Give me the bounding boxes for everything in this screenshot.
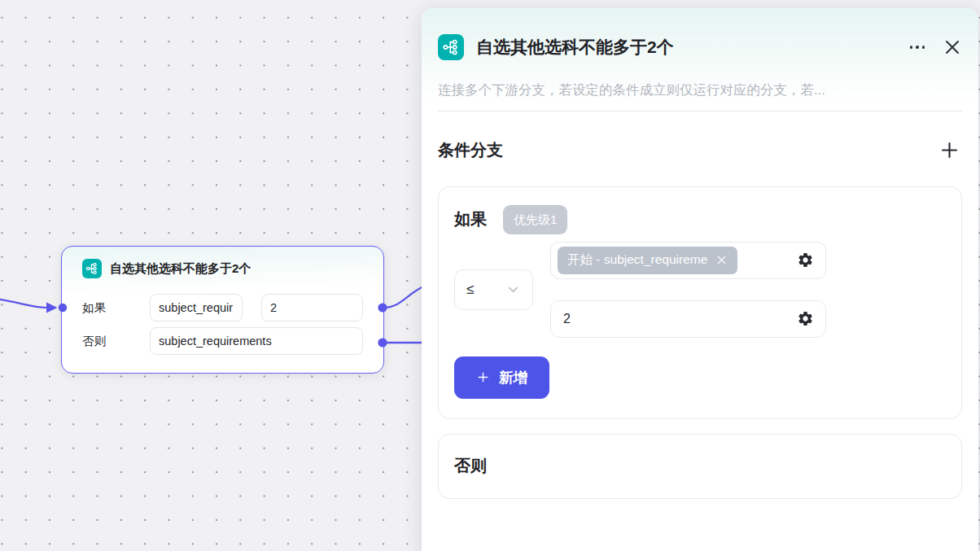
add-branch-plus-icon[interactable] xyxy=(937,138,962,163)
condition-node[interactable]: 自选其他选科不能多于2个 如果 subject_requir 2 否则 subj… xyxy=(61,246,384,374)
edge-arrowhead-icon xyxy=(46,303,58,313)
gear-icon[interactable] xyxy=(797,251,814,269)
variable-tag[interactable]: 开始 - subject_requireme xyxy=(558,247,737,274)
close-icon[interactable] xyxy=(943,37,962,57)
more-menu-icon[interactable] xyxy=(905,41,930,54)
else-branch-card: 否则 xyxy=(438,434,962,499)
divider xyxy=(438,111,962,112)
condition-branch-icon xyxy=(438,34,464,60)
node-title: 自选其他选科不能多于2个 xyxy=(110,261,251,277)
priority-badge: 优先级1 xyxy=(503,205,567,234)
chevron-down-icon xyxy=(505,282,521,297)
if-card-header: 如果 优先级1 xyxy=(454,205,947,234)
add-condition-button[interactable]: 新增 xyxy=(454,356,549,399)
operator-value: ≤ xyxy=(466,282,474,298)
condition-branch-icon xyxy=(82,259,102,278)
variable-tag-label: 开始 - subject_requireme xyxy=(567,251,707,269)
gear-icon[interactable] xyxy=(797,310,814,327)
panel-header: 自选其他选科不能多于2个 xyxy=(438,33,962,62)
add-condition-button-label: 新增 xyxy=(499,368,527,387)
right-operand-input[interactable]: 2 xyxy=(550,300,826,338)
node-else-row: 否则 subject_requirements xyxy=(82,327,364,355)
node-description: 连接多个下游分支，若设定的条件成立则仅运行对应的分支，若... xyxy=(438,81,962,99)
else-label: 否则 xyxy=(454,455,487,477)
node-if-label: 如果 xyxy=(82,300,150,316)
operator-select[interactable]: ≤ xyxy=(454,269,533,310)
panel-title: 自选其他选科不能多于2个 xyxy=(476,36,905,59)
right-operand-value: 2 xyxy=(563,312,571,326)
if-branch-card: 如果 优先级1 ≤ 开始 - subject_requireme xyxy=(438,186,962,419)
node-if-row: 如果 subject_requir 2 xyxy=(82,294,364,321)
plus-icon xyxy=(476,370,490,384)
workflow-editor: { "colors": { "accent_teal": "#00B2AF", … xyxy=(0,0,980,551)
condition-node-header: 自选其他选科不能多于2个 xyxy=(82,259,364,278)
node-config-panel: 自选其他选科不能多于2个 连接多个下游分支，若设定的条件成立则仅运行对应的分支，… xyxy=(422,8,978,551)
condition-operands: 开始 - subject_requireme 2 xyxy=(550,242,826,338)
node-if-value-field[interactable]: 2 xyxy=(261,294,363,321)
node-else-label: 否则 xyxy=(82,334,150,349)
connection-edge-incoming xyxy=(0,299,46,308)
tag-remove-icon[interactable] xyxy=(715,254,728,266)
node-else-variable-field[interactable]: subject_requirements xyxy=(150,327,363,355)
condition-row: ≤ 开始 - subject_requireme xyxy=(454,242,947,338)
left-operand-input[interactable]: 开始 - subject_requireme xyxy=(550,242,826,279)
condition-section-header: 条件分支 xyxy=(438,138,962,163)
if-label: 如果 xyxy=(454,208,487,230)
node-if-variable-field[interactable]: subject_requir xyxy=(150,294,243,321)
section-title: 条件分支 xyxy=(438,139,503,161)
